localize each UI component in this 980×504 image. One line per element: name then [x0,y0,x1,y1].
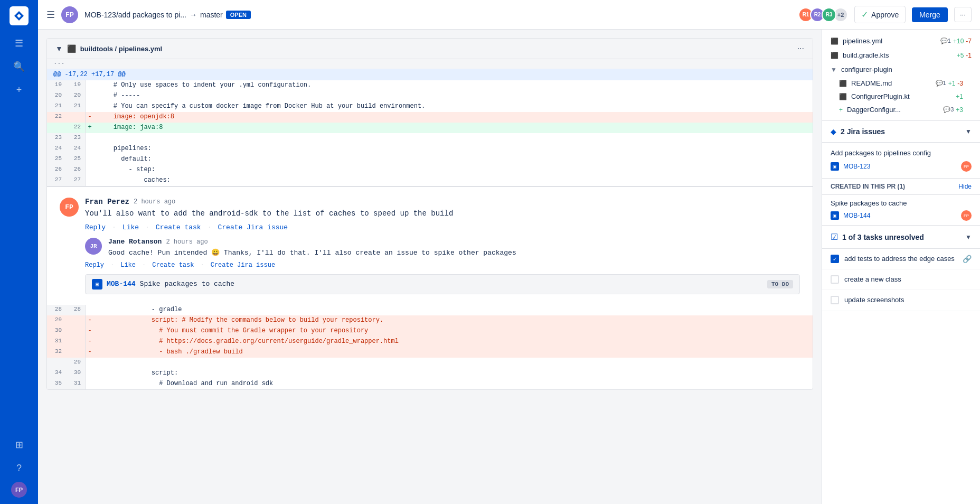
file-name: DaggerConfigur... [847,106,901,114]
right-panel: ⬛ pipelines.yml 💬1 +10 -7 ⬛ build.gradle… [822,30,980,504]
file-removals: -7 [966,38,972,45]
diff-line-content: script: # Modify the commands below to b… [94,315,813,326]
diff-line-content: # https://docs.gradle.org/current/usergu… [94,337,813,347]
diff-hunk-header: @@ -17,22 +17,17 @@ [47,69,813,80]
reviewer-avatar[interactable]: R3 [822,7,836,22]
diff-line-content: - gradle [94,305,813,315]
task-text-3: update screenshots [844,295,972,305]
file-removals: -1 [966,52,972,59]
diff-added-marker: + [86,123,94,133]
pr-status-badge: OPEN [226,11,251,19]
comment-create-task-action[interactable]: Create task [156,223,201,231]
task-checkbox-1[interactable]: ✓ [831,255,839,263]
file-stats: 💬1 +1 -3 [936,80,963,87]
reply-reply-action[interactable]: Reply [85,262,104,269]
collapse-icon[interactable]: ▼ [55,44,63,53]
diff-ellipsis: ··· [47,59,813,69]
subfile-item[interactable]: + DaggerConfigur... 💬3 +3 [822,103,980,116]
diff-line: 2020 # ----- [47,91,813,101]
comment-reply-action[interactable]: Reply [85,223,106,231]
created-issue-row: ▣ MOB-144 FP [831,210,972,221]
help-icon[interactable]: ? [10,459,29,478]
file-list-item[interactable]: ⬛ pipelines.yml 💬1 +10 -7 [822,34,980,48]
create-icon[interactable]: + [10,80,29,99]
comment-create-jira-action[interactable]: Create Jira issue [218,223,288,231]
jira-issues-section-header[interactable]: ◆ 2 Jira issues ▼ [822,121,980,143]
diff-line-content: - bash ./gradlew build [94,347,813,358]
file-added-icon: + [839,106,843,114]
diff-line-content: script: [94,368,813,379]
folder-item[interactable]: ▼ configurer-plugin [822,62,980,77]
task-checkbox-3[interactable] [831,296,839,304]
pr-branch-arrow: → [190,11,197,19]
diff-line-content: # Only use spaces to indent your .yml co… [94,80,813,91]
reply-like-action[interactable]: Like [120,262,136,269]
created-in-pr-header: CREATED IN THIS PR (1) Hide [822,179,980,195]
task-link-icon[interactable]: 🔗 [963,255,972,263]
task-text-2: create a new class [844,275,972,284]
reply-create-jira-action[interactable]: Create Jira issue [211,262,275,269]
diff-line-content: # Download and run android sdk [94,379,813,389]
reply-thread: JR Jane Rotanson 2 hours ago Good cache!… [85,238,800,294]
reviewer-avatars: R1 R2 R3 +2 [798,7,848,22]
diff-line-content: image: java:8 [94,123,813,133]
jira-issue-title: Add packages to pipelines config [831,149,972,157]
diff-line-marker [86,144,94,154]
comment-author-avatar: FP [60,198,79,217]
file-comment-count: 💬1 [940,38,951,44]
diff-line-content: caches: [94,175,813,186]
file-additions: +1 [948,80,956,87]
search-icon[interactable]: 🔍 [10,57,29,76]
file-more-icon[interactable]: ··· [797,44,804,53]
subfile-item[interactable]: ⬛ README.md 💬1 +1 -3 [822,77,980,90]
diff-line-marker [86,80,94,91]
diff-line: 1919 # Only use spaces to indent your .y… [47,80,813,91]
task-item: update screenshots [822,290,980,311]
jira-task-link[interactable]: ▣ MOB-144 Spike packages to cache TO DO [85,274,800,294]
comment-body: Fran Perez 2 hours ago You'll also want … [85,198,800,219]
file-additions: +1 [956,93,963,100]
created-issue-title: Spike packages to cache [831,199,972,207]
topbar-menu-icon[interactable]: ☰ [46,9,55,21]
file-list-item[interactable]: ⬛ build.gradle.kts +5 -1 [822,48,980,62]
hide-link[interactable]: Hide [958,183,972,190]
file-modified-icon: ⬛ [839,93,847,100]
pr-source-branch[interactable]: MOB-123/add packages to pi... [84,11,186,19]
approve-button[interactable]: ✓ Approve [854,6,906,23]
comment-main: FP Fran Perez 2 hours ago You'll also wa… [60,198,800,219]
separator: · [112,223,116,231]
reply-text: Good cache! Pun intended 😀 Thanks, I'll … [108,248,800,258]
apps-icon[interactable]: ⊞ [10,435,29,454]
pr-target-branch[interactable]: master [200,11,223,19]
reply-create-task-action[interactable]: Create task [152,262,194,269]
reply-body: Jane Rotanson 2 hours ago Good cache! Pu… [108,238,800,258]
content-area: ▼ ⬛ buildtools / pipelines.yml ··· ··· @… [38,30,980,504]
diff-line: 2121 # You can specify a custom docker i… [47,101,813,112]
file-modified-icon: ⬛ [67,44,76,53]
diff-line: 3430 script: [47,368,813,379]
separator: · [142,262,146,269]
diff-line-removed: 30 - # You must commit the Gradle wrappe… [47,326,813,337]
app-logo[interactable] [10,6,29,25]
comment-like-action[interactable]: Like [123,223,139,231]
user-avatar[interactable]: FP [11,482,27,498]
task-checkbox-2[interactable] [831,275,839,284]
jira-task-icon: ▣ [92,279,102,290]
file-name: build.gradle.kts [843,51,889,59]
diff-line-added: 22 + image: java:8 [47,123,813,133]
menu-icon[interactable]: ☰ [10,34,29,53]
task-item: create a new class [822,269,980,290]
tasks-section-header[interactable]: ☑ 1 of 3 tasks unresolved ▼ [822,226,980,249]
jira-task-status: TO DO [767,280,793,288]
file-list-section: ⬛ pipelines.yml 💬1 +10 -7 ⬛ build.gradle… [822,30,980,121]
jira-issue-assignee-avatar: FP [961,161,972,172]
subfile-item[interactable]: ⬛ ConfigurerPlugin.kt +1 [822,90,980,103]
jira-issue-id[interactable]: MOB-123 [843,163,870,170]
more-actions-button[interactable]: ··· [954,7,972,22]
merge-button[interactable]: Merge [912,7,948,22]
jira-issues-title: 2 Jira issues [841,127,961,136]
created-in-pr-label: CREATED IN THIS PR (1) [831,183,954,190]
jira-created-issue-id[interactable]: MOB-144 [843,212,870,219]
topbar: ☰ FP MOB-123/add packages to pi... → mas… [38,0,980,30]
file-stats: +1 [956,93,963,100]
